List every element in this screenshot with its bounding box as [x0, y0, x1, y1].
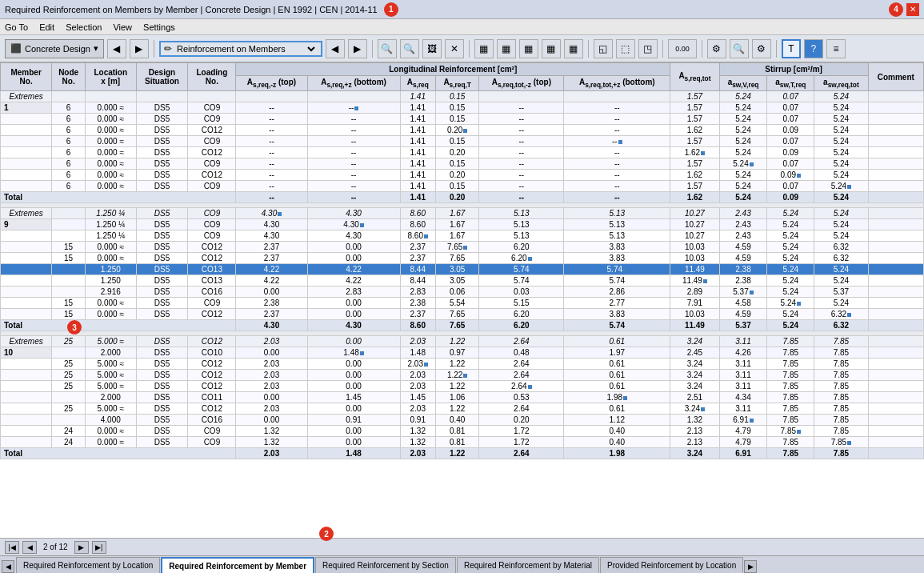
- close-button[interactable]: ✕: [906, 3, 919, 16]
- table-row: 255.000 ≈DS5CO122.030.002.031.222.640.61…: [1, 381, 924, 392]
- arrow-prev-btn[interactable]: ◀: [326, 39, 345, 58]
- value-btn[interactable]: 0.00: [668, 39, 697, 58]
- menu-settings[interactable]: Settings: [143, 22, 175, 32]
- search-btn[interactable]: 🔍: [378, 39, 397, 58]
- table-row: 240.000 ≈DS5CO91.320.001.320.811.720.402…: [1, 437, 924, 448]
- bottom-tabs: ◀ Required Reinforcement by Location Req…: [0, 555, 924, 573]
- prev-page-btn[interactable]: ◀: [22, 541, 37, 554]
- table-row: 1.250DS5CO134.224.228.443.055.745.7411.4…: [1, 264, 924, 275]
- table-row: 150.000 ≈DS5CO122.370.002.377.656.203.83…: [1, 242, 924, 253]
- toolbar: ⬛ Concrete Design ▾ ◀ ▶ ✏ Reinforcement …: [0, 35, 924, 62]
- table-row: 60.000 ≈DS5CO9----1.410.15----1.575.240.…: [1, 136, 924, 147]
- settings-btn[interactable]: ⚙: [707, 39, 726, 58]
- separator-7: [776, 40, 777, 58]
- tabs-next-btn[interactable]: ▶: [744, 560, 757, 573]
- tab-by-location[interactable]: Required Reinforcement by Location: [16, 557, 160, 573]
- table-row: 60.000 ≈DS5CO9----1.410.15----1.575.240.…: [1, 158, 924, 170]
- separator-3: [469, 40, 470, 58]
- menu-selection[interactable]: Selection: [66, 22, 102, 32]
- table-row: Extremes1.410.151.575.240.075.24: [1, 91, 924, 102]
- table-row: Total2.031.482.031.222.641.983.246.917.8…: [1, 448, 924, 459]
- export-btn[interactable]: ◱: [594, 39, 613, 58]
- table-row: 60.000 ≈DS5CO12----1.410.20----1.625.240…: [1, 125, 924, 136]
- image-btn[interactable]: 🖼: [422, 39, 442, 58]
- magnify-btn[interactable]: 🔍: [730, 39, 749, 58]
- separator-2: [372, 40, 373, 58]
- page-total: 12: [58, 543, 67, 551]
- print-btn[interactable]: ⬚: [616, 39, 635, 58]
- table-row: Total4.304.308.607.656.205.7411.495.375.…: [1, 320, 924, 331]
- table-row: 60.000 ≈DS5CO9----1.410.15----1.575.240.…: [1, 114, 924, 125]
- status-bar: |◀ ◀ 2 of 12 ▶ ▶|: [0, 538, 924, 555]
- col-longitudinal: Longitudinal Reinforcement [cm²]: [236, 63, 670, 76]
- page-current: 2: [43, 543, 48, 551]
- last-page-btn[interactable]: ▶|: [92, 541, 106, 554]
- table-row: 60.000 ≈DS5CO12----1.410.20----1.625.240…: [1, 147, 924, 158]
- col-aswVreq: asw,V,req: [719, 76, 767, 91]
- table-row: Extremes1.250 ¼DS5CO94.304.308.601.675.1…: [1, 208, 924, 219]
- module-label: Concrete Design: [25, 44, 90, 54]
- separator-6: [702, 40, 702, 58]
- grid5-btn[interactable]: ▦: [564, 39, 583, 58]
- col-asreqtotnegz: As,req,tot,-z (top): [479, 76, 564, 91]
- view-dropdown-area: ✏ Reinforcement on Members: [159, 41, 322, 57]
- table-row: 60.000 ≈DS5CO9----1.410.15----1.575.240.…: [1, 181, 924, 192]
- grid4-btn[interactable]: ▦: [542, 39, 561, 58]
- col-comment: Comment: [868, 63, 923, 91]
- col-asreqtotposz: As,req,tot,+z (bottom): [564, 76, 670, 91]
- col-design: DesignSituation: [136, 63, 188, 91]
- col-node: NodeNo.: [52, 63, 86, 91]
- module-dropdown[interactable]: ⬛ Concrete Design ▾: [5, 39, 104, 58]
- separator-4: [588, 40, 589, 58]
- table-row: Total----1.410.20----1.625.240.095.24: [1, 192, 924, 203]
- close-x-btn[interactable]: ✕: [445, 39, 464, 58]
- first-page-btn[interactable]: |◀: [5, 541, 19, 554]
- menu-edit[interactable]: Edit: [39, 22, 54, 32]
- grid3-btn[interactable]: ▦: [519, 39, 538, 58]
- highlight-btn[interactable]: T: [782, 39, 801, 58]
- title-text: Required Reinforcement on Members by Mem…: [5, 5, 378, 14]
- grid2-btn[interactable]: ▦: [497, 39, 516, 58]
- tabs-prev-btn[interactable]: ◀: [2, 560, 14, 573]
- grid1-btn[interactable]: ▦: [474, 39, 494, 58]
- tab-by-material[interactable]: Required Reinforcement by Material: [457, 557, 599, 573]
- menu-view[interactable]: View: [113, 22, 132, 32]
- menu-goto[interactable]: Go To: [5, 22, 28, 32]
- table-row: 150.000 ≈DS5CO92.380.002.385.545.152.777…: [1, 298, 924, 309]
- info-btn[interactable]: ?: [804, 39, 823, 58]
- table-container[interactable]: MemberNo. NodeNo. Locationx [m] DesignSi…: [0, 62, 924, 538]
- save-btn[interactable]: ◳: [638, 39, 658, 58]
- page-info: 2 of 12: [43, 543, 68, 551]
- tab-provided-location[interactable]: Provided Reinforcement by Location: [600, 557, 743, 573]
- nav-prev[interactable]: ◀: [107, 39, 126, 58]
- badge-4: 4: [889, 2, 903, 17]
- table-row: 1.250DS5CO134.224.228.443.055.745.7411.4…: [1, 275, 924, 286]
- badge-1: 1: [384, 2, 398, 17]
- arrow-next-btn[interactable]: ▶: [348, 39, 367, 58]
- col-loading: LoadingNo.: [188, 63, 236, 91]
- nav-next[interactable]: ▶: [130, 39, 149, 58]
- col-stirrup: Stirrup [cm²/m]: [719, 63, 868, 76]
- menu-btn[interactable]: ≡: [826, 39, 846, 58]
- table-row: 150.000 ≈DS5CO122.370.002.377.656.203.83…: [1, 253, 924, 264]
- badge-3: 3: [67, 320, 82, 335]
- table-row: 91.250 ¼DS5CO94.304.308.601.675.135.1310…: [1, 219, 924, 230]
- col-asreqT: As,req,T: [436, 76, 479, 91]
- col-location: Locationx [m]: [86, 63, 137, 91]
- table-row: 2.916DS5CO160.002.832.830.060.032.862.89…: [1, 286, 924, 298]
- table-row: 150.000 ≈DS5CO122.370.002.377.656.203.83…: [1, 309, 924, 320]
- view-dropdown[interactable]: Reinforcement on Members: [174, 43, 318, 54]
- separator-5: [662, 40, 663, 58]
- filter-btn[interactable]: 🔍: [400, 39, 419, 58]
- col-asreq: As,req: [400, 76, 436, 91]
- pencil-icon: ✏: [164, 43, 172, 54]
- tab-by-section[interactable]: Required Reinforcement by Section: [315, 557, 456, 573]
- module-icon: ⬛: [10, 43, 22, 54]
- next-page-btn[interactable]: ▶: [74, 541, 89, 554]
- results-table: MemberNo. NodeNo. Locationx [m] DesignSi…: [0, 62, 924, 459]
- module-arrow: ▾: [94, 43, 98, 54]
- config-btn[interactable]: ⚙: [752, 39, 771, 58]
- separator-1: [154, 40, 154, 58]
- tab-by-member[interactable]: Required Reinforcement by Member: [161, 557, 314, 573]
- col-aswTreq: asw,T,req: [767, 76, 814, 91]
